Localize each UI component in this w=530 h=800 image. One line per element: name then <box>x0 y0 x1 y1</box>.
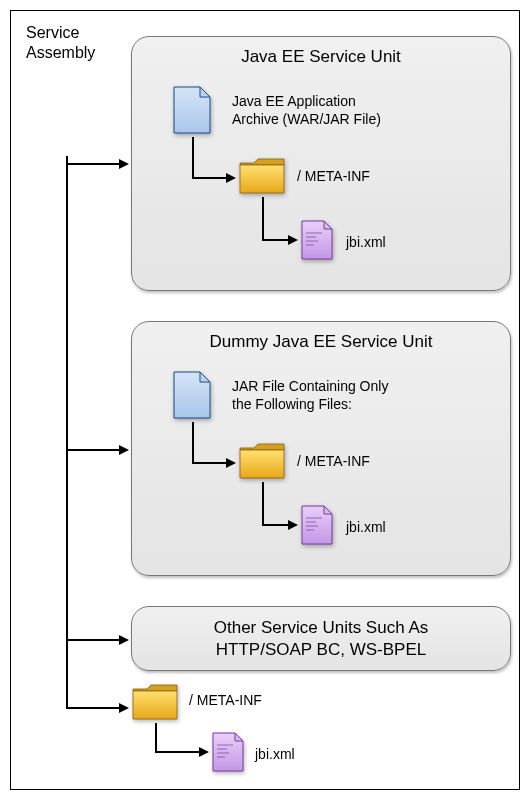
bottom-metainf-label: / META-INF <box>189 691 262 709</box>
unit1-archive-label: Java EE Application Archive (WAR/JAR Fil… <box>232 92 381 128</box>
folder-icon <box>238 157 286 195</box>
u2-folder-xml-head <box>288 520 298 530</box>
arrow-to-unit2-head <box>119 445 129 455</box>
unit3-title: Other Service Units Such As HTTP/SOAP BC… <box>162 617 480 661</box>
service-assembly-label: Service Assembly <box>26 23 95 63</box>
document-icon <box>172 370 212 420</box>
unit2-title: Dummy Java EE Service Unit <box>132 332 510 352</box>
bottom-jbi-label: jbi.xml <box>255 745 295 763</box>
unit2-jbi-label: jbi.xml <box>346 518 386 536</box>
unit1-metainf-label: / META-INF <box>297 167 370 185</box>
arrow-to-unit2-line <box>66 449 119 451</box>
u1-doc-folder-h <box>192 177 226 179</box>
u2-doc-folder-head <box>226 458 236 468</box>
document-icon <box>172 85 212 135</box>
xml-file-icon <box>211 731 245 773</box>
u1-doc-folder-head <box>226 173 236 183</box>
u1-folder-xml-v <box>262 197 264 239</box>
bot-folder-xml-v <box>155 723 157 753</box>
arrow-to-unit1-head <box>119 159 129 169</box>
u2-folder-xml-h <box>262 524 288 526</box>
trunk-line <box>66 156 68 709</box>
unit1-jbi-label: jbi.xml <box>346 233 386 251</box>
unit2-archive-label: JAR File Containing Only the Following F… <box>232 377 388 413</box>
xml-file-icon <box>300 219 334 261</box>
u2-doc-folder-h <box>192 462 226 464</box>
xml-file-icon <box>300 504 334 546</box>
arrow-to-unit1-line <box>66 163 119 165</box>
other-service-units-box: Other Service Units Such As HTTP/SOAP BC… <box>131 606 511 671</box>
u1-doc-folder-v <box>192 137 194 177</box>
unit2-metainf-label: / META-INF <box>297 452 370 470</box>
u2-folder-xml-v <box>262 482 264 524</box>
arrow-to-bottom-head <box>119 703 129 713</box>
unit1-title: Java EE Service Unit <box>132 47 510 67</box>
u1-folder-xml-h <box>262 239 288 241</box>
folder-icon <box>238 442 286 480</box>
bot-folder-xml-head <box>199 747 209 757</box>
arrow-to-unit3-head <box>119 635 129 645</box>
folder-icon <box>131 683 179 721</box>
java-ee-service-unit-box: Java EE Service Unit Java EE Application… <box>131 36 511 291</box>
arrow-to-unit3-line <box>66 639 119 641</box>
u1-folder-xml-head <box>288 235 298 245</box>
u2-doc-folder-v <box>192 422 194 462</box>
service-assembly-box: Service Assembly Java EE Service Unit Ja… <box>10 10 520 790</box>
arrow-to-bottom-line <box>66 707 119 709</box>
bot-folder-xml-h <box>155 751 199 753</box>
dummy-java-ee-service-unit-box: Dummy Java EE Service Unit JAR File Cont… <box>131 321 511 576</box>
